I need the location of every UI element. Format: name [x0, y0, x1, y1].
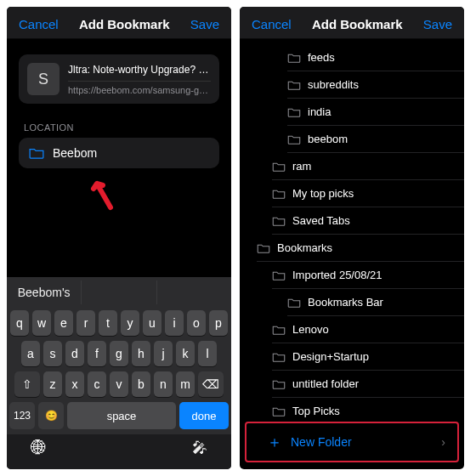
save-button[interactable]: Save: [190, 17, 219, 31]
folder-name: Bookmarks Bar: [308, 296, 383, 309]
folder-icon: [272, 189, 286, 199]
key-f[interactable]: f: [88, 341, 106, 366]
folder-row[interactable]: Design+Startup: [272, 343, 464, 371]
folder-name: Bookmarks: [277, 241, 332, 254]
key-v[interactable]: v: [110, 371, 128, 397]
cancel-button[interactable]: Cancel: [19, 17, 59, 31]
folder-row[interactable]: feeds: [287, 44, 464, 71]
key-o[interactable]: o: [187, 310, 206, 336]
folder-icon: [272, 406, 286, 416]
folder-name: Top Picks: [292, 405, 340, 417]
mic-icon[interactable]: 🎤︎: [192, 439, 207, 457]
emoji-key[interactable]: 😊: [38, 402, 64, 429]
folder-name: subreddits: [308, 78, 359, 91]
numbers-key[interactable]: 123: [9, 402, 35, 429]
folder-tree[interactable]: feedssubredditsindiabeebomramMy top pick…: [240, 39, 464, 418]
folder-name: Imported 25/08/21: [292, 269, 382, 281]
key-p[interactable]: p: [209, 310, 228, 336]
folder-row[interactable]: Lenovo: [272, 316, 464, 343]
key-c[interactable]: c: [88, 371, 106, 397]
key-s[interactable]: s: [43, 341, 62, 366]
page-title: Add Bookmark: [79, 17, 170, 31]
folder-name: feeds: [308, 51, 335, 64]
folder-icon: [287, 298, 301, 308]
prediction-suggestion[interactable]: Beebom's: [7, 280, 82, 304]
page-title: Add Bookmark: [312, 17, 403, 31]
bookmark-url-field[interactable]: https://beebom.com/samsung-galaxy-s...: [68, 85, 211, 95]
folder-icon: [287, 53, 301, 63]
folder-row[interactable]: Imported 25/08/21: [272, 262, 464, 289]
plus-icon: ＋: [267, 432, 282, 452]
key-x[interactable]: x: [65, 371, 84, 397]
folder-icon: [272, 352, 286, 362]
favicon: S: [27, 63, 60, 95]
key-b[interactable]: b: [132, 371, 150, 397]
key-e[interactable]: e: [54, 310, 73, 336]
new-folder-row[interactable]: ＋ New Folder ›: [245, 422, 459, 462]
key-z[interactable]: z: [43, 371, 62, 397]
location-label: LOCATION: [24, 122, 214, 133]
key-m[interactable]: m: [176, 371, 195, 397]
folder-name: untitled folder: [292, 377, 359, 390]
location-folder-name: Beebom: [53, 146, 97, 160]
callout-arrow: [85, 173, 122, 214]
key-⇧[interactable]: ⇧: [14, 371, 40, 397]
key-⌫[interactable]: ⌫: [198, 371, 224, 397]
folder-icon: [287, 107, 301, 117]
folder-row[interactable]: Top Picks: [272, 398, 464, 418]
key-h[interactable]: h: [132, 341, 150, 366]
folder-name: Lenovo: [292, 323, 329, 336]
folder-row[interactable]: untitled folder: [272, 371, 464, 398]
keyboard[interactable]: Beebom's qwertyuiop asdfghjkl ⇧zxcvbnm⌫ …: [7, 277, 231, 469]
folder-icon: [287, 134, 301, 144]
done-key[interactable]: done: [179, 402, 229, 429]
globe-icon[interactable]: 🌐︎: [31, 439, 46, 457]
save-button[interactable]: Save: [423, 17, 452, 31]
folder-row[interactable]: Saved Tabs: [272, 207, 464, 235]
folder-row[interactable]: beebom: [287, 126, 464, 153]
folder-row[interactable]: Bookmarks Bar: [287, 289, 464, 316]
space-key[interactable]: space: [67, 402, 176, 429]
folder-name: My top picks: [292, 187, 354, 200]
key-k[interactable]: k: [176, 341, 195, 366]
folder-icon: [272, 270, 286, 280]
key-y[interactable]: y: [121, 310, 139, 336]
screen-add-bookmark: Cancel Add Bookmark Save S Jltra: Note-w…: [7, 7, 231, 469]
folder-row[interactable]: Bookmarks: [257, 235, 464, 262]
key-u[interactable]: u: [143, 310, 162, 336]
folder-row[interactable]: ram: [272, 153, 464, 180]
folder-icon: [257, 243, 270, 253]
screen-folder-picker: Cancel Add Bookmark Save feedssubreddits…: [240, 7, 464, 469]
folder-icon: [29, 147, 44, 159]
navbar: Cancel Add Bookmark Save: [240, 7, 464, 39]
folder-name: Saved Tabs: [292, 214, 350, 227]
prediction-bar[interactable]: Beebom's: [7, 277, 231, 308]
folder-row[interactable]: subreddits: [287, 71, 464, 99]
key-t[interactable]: t: [99, 310, 117, 336]
new-folder-label: New Folder: [291, 435, 352, 449]
bookmark-title-field[interactable]: Jltra: Note-worthy Upgrade? | Beebom: [68, 64, 211, 82]
keyboard-toolbar: 🌐︎ 🎤︎: [7, 434, 231, 469]
key-w[interactable]: w: [32, 310, 51, 336]
location-row[interactable]: Beebom: [19, 138, 219, 168]
folder-icon: [287, 80, 301, 90]
key-d[interactable]: d: [65, 341, 84, 366]
key-r[interactable]: r: [76, 310, 95, 336]
folder-name: beebom: [308, 133, 348, 145]
folder-row[interactable]: My top picks: [272, 180, 464, 207]
key-i[interactable]: i: [165, 310, 184, 336]
folder-row[interactable]: india: [287, 99, 464, 126]
key-q[interactable]: q: [10, 310, 29, 336]
key-a[interactable]: a: [21, 341, 40, 366]
key-j[interactable]: j: [154, 341, 173, 366]
key-g[interactable]: g: [110, 341, 128, 366]
folder-name: india: [308, 105, 331, 118]
navbar: Cancel Add Bookmark Save: [7, 7, 231, 39]
folder-name: Design+Startup: [292, 350, 369, 363]
folder-icon: [272, 162, 286, 172]
folder-icon: [272, 216, 286, 226]
chevron-right-icon: ›: [441, 435, 445, 449]
key-n[interactable]: n: [154, 371, 173, 397]
cancel-button[interactable]: Cancel: [252, 17, 292, 31]
key-l[interactable]: l: [198, 341, 217, 366]
